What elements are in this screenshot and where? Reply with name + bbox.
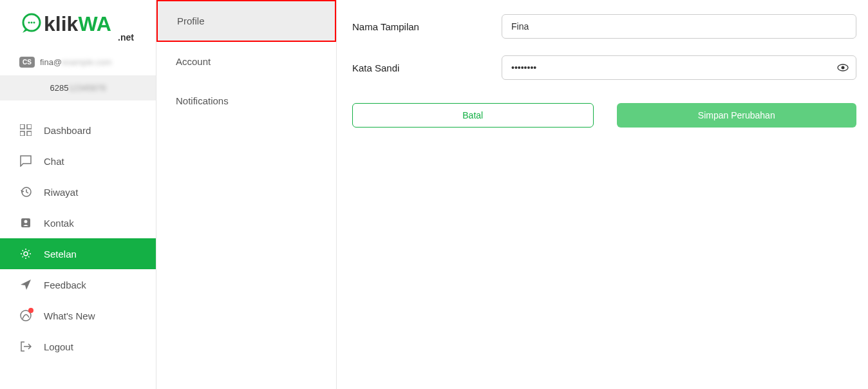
subnav-notifications[interactable]: Notifications	[156, 81, 336, 120]
nav-label: Riwayat	[44, 187, 78, 198]
nav-label: Feedback	[44, 280, 86, 290]
nav-feedback[interactable]: Feedback	[0, 269, 156, 300]
save-button[interactable]: Simpan Perubahan	[617, 103, 857, 128]
display-name-label: Nama Tampilan	[352, 21, 502, 32]
nav-label: Dashboard	[44, 125, 91, 136]
user-email-rest: example.com	[62, 57, 111, 67]
password-label: Kata Sandi	[352, 62, 502, 73]
nav-kontak[interactable]: Kontak	[0, 207, 156, 238]
svg-rect-6	[20, 131, 24, 136]
user-email-prefix: fina@	[40, 57, 62, 67]
phone-prefix: 6285	[50, 83, 69, 93]
svg-rect-5	[27, 124, 32, 129]
nav: Dashboard Chat Riwayat Kontak	[0, 115, 156, 362]
subnav-label: Profile	[177, 15, 205, 26]
dashboard-icon	[19, 124, 32, 137]
password-input[interactable]	[502, 55, 856, 80]
nav-label: Setelan	[44, 249, 77, 260]
svg-point-3	[33, 22, 35, 24]
nav-logout[interactable]: Logout	[0, 331, 156, 362]
user-badge: CS	[19, 57, 35, 68]
nav-label: What's New	[44, 310, 95, 321]
svg-point-10	[24, 220, 28, 223]
svg-point-1	[28, 22, 30, 24]
contact-icon	[19, 216, 32, 229]
logo: klikWA .net	[0, 0, 156, 49]
chat-icon	[19, 155, 32, 167]
svg-rect-4	[20, 124, 24, 129]
user-email: CS fina@example.com	[0, 49, 156, 75]
whatsnew-icon	[19, 309, 32, 322]
eye-icon[interactable]	[837, 62, 849, 73]
subnav-label: Account	[176, 56, 211, 67]
user-phone: 628512345678	[0, 75, 156, 100]
sidebar: klikWA .net CS fina@example.com 62851234…	[0, 0, 156, 389]
svg-point-2	[31, 22, 33, 24]
svg-rect-7	[27, 131, 32, 136]
svg-point-11	[24, 252, 28, 256]
nav-label: Logout	[44, 341, 73, 352]
logo-text-2: WA	[78, 12, 111, 35]
nav-dashboard[interactable]: Dashboard	[0, 115, 156, 146]
notification-dot	[28, 308, 33, 313]
svg-point-14	[842, 66, 845, 70]
phone-rest: 12345678	[69, 83, 106, 93]
settings-icon	[19, 247, 32, 260]
logo-text-1: klik	[44, 12, 78, 35]
history-icon	[19, 185, 32, 198]
nav-label: Kontak	[44, 218, 74, 229]
nav-riwayat[interactable]: Riwayat	[0, 176, 156, 207]
profile-form: Nama Tampilan Kata Sandi Batal Simpan Pe…	[337, 0, 868, 389]
nav-setelan[interactable]: Setelan	[0, 238, 156, 269]
logout-icon	[19, 340, 32, 353]
nav-label: Chat	[44, 156, 64, 167]
subnav-account[interactable]: Account	[156, 42, 336, 81]
nav-chat[interactable]: Chat	[0, 146, 156, 176]
feedback-icon	[19, 278, 32, 291]
display-name-input[interactable]	[502, 14, 856, 39]
logo-icon	[19, 12, 44, 36]
subnav-label: Notifications	[176, 95, 229, 106]
nav-whatsnew[interactable]: What's New	[0, 300, 156, 331]
subnav-profile[interactable]: Profile	[156, 0, 336, 42]
cancel-button[interactable]: Batal	[352, 103, 594, 128]
settings-subnav: Profile Account Notifications	[156, 0, 337, 389]
